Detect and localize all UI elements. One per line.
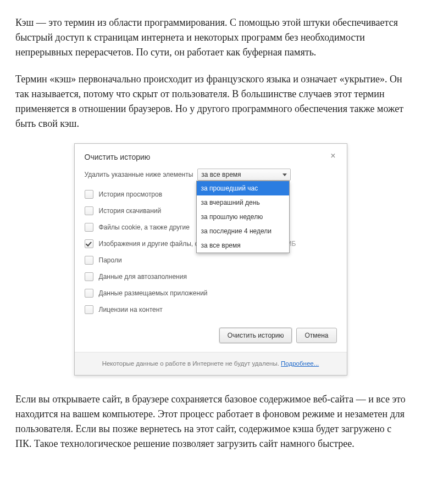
clear-option-row[interactable]: Данные для автозаполнения — [85, 268, 337, 285]
checkbox[interactable] — [85, 256, 93, 265]
learn-more-link[interactable]: Подробнее... — [281, 360, 319, 367]
clear-history-button-label: Очистить историю — [228, 331, 284, 340]
checkbox-label: История просмотров — [99, 189, 163, 199]
checkbox[interactable] — [85, 206, 93, 215]
time-range-option[interactable]: за все время — [197, 238, 289, 253]
time-range-option[interactable]: за вчерашний день — [197, 195, 289, 210]
close-icon[interactable]: × — [329, 152, 336, 160]
time-range-option[interactable]: за прошедший час — [197, 181, 289, 195]
dialog-footer-note: Некоторые данные о работе в Интернете не… — [75, 352, 347, 375]
checkbox[interactable] — [85, 305, 93, 314]
time-range-select[interactable]: за все время — [197, 169, 291, 181]
clear-history-button[interactable]: Очистить историю — [219, 328, 292, 343]
clear-option-row[interactable]: Данные размещаемых приложений — [85, 285, 337, 301]
clear-history-dialog: Очистить историю × Удалить указанные ниж… — [74, 143, 347, 376]
footer-note-text: Некоторые данные о работе в Интернете не… — [102, 360, 281, 367]
checkbox[interactable] — [85, 239, 93, 248]
checkbox[interactable] — [85, 223, 93, 232]
chevron-down-icon — [282, 173, 287, 176]
checkbox-label: Лицензии на контент — [99, 305, 163, 315]
clear-option-row[interactable]: Лицензии на контент — [85, 301, 337, 318]
time-range-dropdown: за прошедший часза вчерашний деньза прош… — [196, 181, 290, 253]
checkbox-label: Пароли — [99, 255, 122, 265]
time-range-value: за все время — [201, 170, 241, 180]
checkbox-label: Данные размещаемых приложений — [99, 288, 208, 298]
checkbox-label: Файлы cookie, а также другие — [99, 222, 190, 232]
time-range-option[interactable]: за последние 4 недели — [197, 224, 289, 238]
time-range-label: Удалить указанные ниже элементы — [85, 170, 193, 180]
checkbox-label: Данные для автозаполнения — [99, 272, 187, 282]
cancel-button[interactable]: Отмена — [296, 328, 336, 343]
checkbox[interactable] — [85, 272, 93, 281]
article-paragraph-3: Если вы открываете сайт, в браузере сохр… — [15, 392, 406, 451]
checkbox[interactable] — [85, 289, 93, 298]
dialog-title: Очистить историю — [85, 152, 151, 163]
checkbox[interactable] — [85, 190, 93, 199]
checkbox-label: История скачиваний — [99, 206, 162, 216]
time-range-option[interactable]: за прошлую неделю — [197, 210, 289, 224]
dialog-screenshot: Очистить историю × Удалить указанные ниж… — [15, 143, 406, 376]
article-paragraph-1: Кэш — это термин из области программиров… — [15, 15, 406, 60]
cancel-button-label: Отмена — [304, 331, 328, 340]
article-paragraph-2: Термин «кэш» первоначально происходит из… — [15, 72, 406, 131]
clear-option-row[interactable]: Пароли — [85, 252, 337, 268]
